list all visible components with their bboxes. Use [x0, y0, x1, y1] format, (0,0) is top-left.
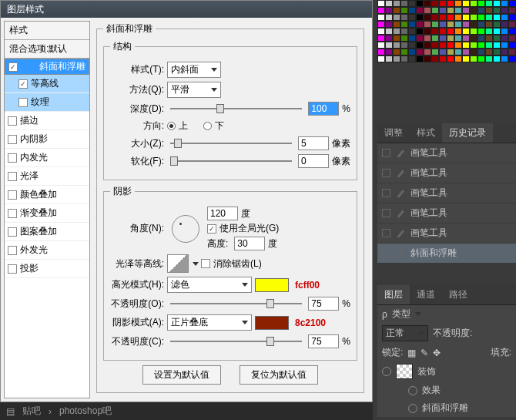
angle-control[interactable]: [172, 215, 199, 243]
highlight-opacity-slider[interactable]: [170, 297, 302, 310]
chevron-down-icon: [418, 331, 424, 335]
checkbox-icon[interactable]: ✓: [8, 62, 18, 72]
checkbox-icon[interactable]: [8, 172, 17, 181]
chevron-down-icon: [415, 312, 421, 316]
checkbox-icon[interactable]: [382, 249, 390, 257]
footer-bar: ▤ 贴吧 › photoshop吧: [0, 402, 373, 420]
history-panel: 调整样式历史记录 画笔工具画笔工具画笔工具画笔工具画笔工具斜面和浮雕: [377, 123, 516, 264]
history-item[interactable]: 斜面和浮雕: [377, 244, 516, 264]
structure-legend: 结构: [110, 40, 135, 53]
tab[interactable]: 图层: [377, 285, 410, 304]
logo-icon: ▤: [6, 406, 15, 417]
shadow-mode-select[interactable]: 正片叠底: [167, 314, 252, 331]
altitude-input[interactable]: 30: [234, 237, 265, 250]
soften-input[interactable]: 0: [298, 154, 329, 168]
style-item[interactable]: 颜色叠加: [5, 186, 89, 204]
reset-default-button[interactable]: 复位为默认值: [240, 365, 318, 385]
tab[interactable]: 历史记录: [442, 123, 493, 143]
highlight-mode-select[interactable]: 滤色: [167, 277, 252, 293]
dir-down-radio[interactable]: [203, 122, 212, 130]
shadow-annotation: 8c2100: [295, 318, 326, 328]
blend-mode-select[interactable]: 正常: [382, 325, 428, 341]
history-item[interactable]: 画笔工具: [377, 183, 516, 203]
style-select[interactable]: 内斜面: [167, 62, 221, 78]
depth-slider[interactable]: [170, 102, 302, 115]
color-palette[interactable]: [377, 0, 516, 68]
layer-thumbnail: [396, 364, 413, 379]
visibility-icon[interactable]: [408, 404, 417, 413]
highlight-color-swatch[interactable]: [255, 278, 289, 292]
tab[interactable]: 样式: [410, 123, 442, 143]
shadow-opacity-slider[interactable]: [170, 335, 302, 348]
blend-header[interactable]: 混合选项:默认: [5, 40, 89, 59]
history-item[interactable]: 画笔工具: [377, 163, 516, 183]
history-item[interactable]: 画笔工具: [377, 143, 516, 163]
style-item[interactable]: 光泽: [5, 167, 89, 186]
checkbox-icon[interactable]: [382, 209, 390, 217]
make-default-button[interactable]: 设置为默认值: [142, 365, 221, 385]
checkbox-icon[interactable]: [382, 229, 390, 237]
checkbox-icon[interactable]: [382, 189, 390, 197]
structure-group: 结构 样式(T):内斜面 方法(Q):平滑 深度(D):100% 方向:上下 大…: [103, 40, 357, 180]
dir-up-radio[interactable]: [167, 122, 176, 130]
style-item[interactable]: 外发光: [5, 241, 89, 260]
visibility-icon[interactable]: [382, 367, 391, 376]
style-item[interactable]: 图案叠加: [5, 223, 89, 241]
checkbox-icon[interactable]: [8, 227, 17, 237]
style-item[interactable]: 纹理: [5, 93, 89, 112]
style-item[interactable]: 内发光: [5, 149, 89, 167]
checkbox-icon[interactable]: ✓: [18, 79, 28, 89]
gloss-contour[interactable]: [167, 254, 189, 273]
styles-header[interactable]: 样式: [5, 22, 89, 40]
highlight-mode-label: 高光模式(H):: [110, 278, 164, 291]
brush-icon: [395, 208, 406, 219]
shadow-opacity-input[interactable]: 75: [308, 334, 339, 348]
checkbox-icon[interactable]: [8, 116, 17, 126]
highlight-opacity-input[interactable]: 75: [308, 297, 339, 311]
style-item[interactable]: ✓斜面和浮雕: [5, 59, 89, 75]
style-item[interactable]: 内阴影: [5, 130, 89, 149]
depth-input[interactable]: 100: [308, 102, 339, 116]
checkbox-icon[interactable]: [382, 169, 390, 177]
style-list: 样式 混合选项:默认 ✓斜面和浮雕✓等高线纹理描边内阴影内发光光泽颜色叠加渐变叠…: [4, 21, 90, 398]
visibility-icon[interactable]: [408, 386, 417, 395]
footer-link-1[interactable]: 贴吧: [22, 405, 41, 418]
bevel-legend: 斜面和浮雕: [103, 22, 156, 35]
layer-row[interactable]: 装饰: [377, 361, 516, 381]
brush-icon: [395, 148, 406, 159]
checkbox-icon[interactable]: [8, 190, 17, 200]
chevron-down-icon: [211, 68, 217, 72]
shadow-color-swatch[interactable]: [255, 316, 289, 330]
dialog-title[interactable]: 图层样式: [1, 1, 372, 18]
depth-label: 深度(D):: [110, 102, 164, 116]
history-item[interactable]: 画笔工具: [377, 203, 516, 223]
footer-link-2[interactable]: photoshop吧: [59, 405, 112, 418]
checkbox-icon[interactable]: [18, 98, 28, 107]
layer-fx-row[interactable]: 效果: [377, 381, 516, 399]
global-light-checkbox[interactable]: ✓: [207, 224, 216, 234]
checkbox-icon[interactable]: [382, 149, 390, 157]
checkbox-icon[interactable]: [8, 135, 17, 144]
checkbox-icon[interactable]: [8, 264, 17, 274]
layer-fx-item[interactable]: 斜面和浮雕: [377, 399, 516, 417]
style-item[interactable]: 描边: [5, 112, 89, 130]
brush-icon: [395, 248, 406, 259]
checkbox-icon[interactable]: [8, 246, 17, 255]
tab[interactable]: 通道: [410, 285, 442, 304]
style-item[interactable]: ✓等高线: [5, 75, 89, 93]
antialias-checkbox[interactable]: [201, 259, 210, 268]
style-item[interactable]: 投影: [5, 260, 89, 278]
size-slider[interactable]: [170, 137, 292, 150]
angle-input[interactable]: 120: [207, 207, 238, 220]
altitude-label: 高度:: [207, 237, 228, 250]
shading-legend: 阴影: [110, 185, 135, 198]
checkbox-icon[interactable]: [8, 209, 17, 218]
soften-slider[interactable]: [170, 155, 292, 167]
technique-select[interactable]: 平滑: [167, 82, 221, 98]
style-item[interactable]: 渐变叠加: [5, 204, 89, 223]
size-input[interactable]: 5: [298, 136, 329, 150]
tab[interactable]: 调整: [377, 123, 410, 143]
tab[interactable]: 路径: [442, 285, 474, 304]
checkbox-icon[interactable]: [8, 153, 17, 163]
history-item[interactable]: 画笔工具: [377, 223, 516, 244]
